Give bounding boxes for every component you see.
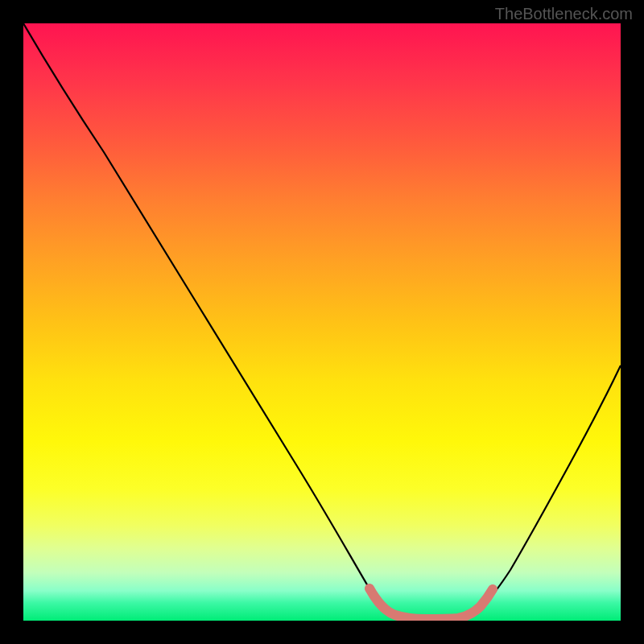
- optimal-range-highlight: [369, 588, 493, 619]
- highlight-dot-left: [365, 584, 374, 593]
- highlight-dot-right: [489, 585, 497, 594]
- chart-svg: [23, 23, 621, 621]
- watermark: TheBottleneck.com: [495, 5, 633, 23]
- bottleneck-curve: [23, 23, 621, 619]
- chart-area: [23, 23, 621, 621]
